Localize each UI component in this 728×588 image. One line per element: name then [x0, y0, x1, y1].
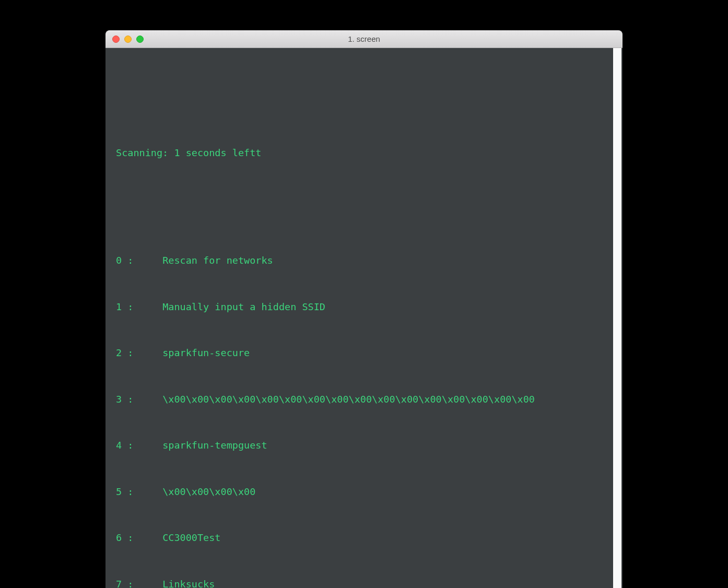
- network-option: 0 : Rescan for networks: [116, 253, 612, 268]
- network-option: 3 : \x00\x00\x00\x00\x00\x00\x00\x00\x00…: [116, 392, 612, 407]
- window-title: 1. screen: [105, 34, 623, 43]
- terminal-body[interactable]: Scanning: 1 seconds leftt 0 : Rescan for…: [105, 48, 623, 588]
- traffic-lights: [112, 36, 144, 43]
- network-option: 2 : sparkfun-secure: [116, 345, 612, 361]
- scrollbar-track[interactable]: [613, 48, 621, 588]
- network-option: 4 : sparkfun-tempguest: [116, 438, 612, 453]
- terminal-window: 1. screen Scanning: 1 seconds leftt 0 : …: [105, 30, 623, 588]
- network-option: 5 : \x00\x00\x00\x00: [116, 484, 612, 500]
- network-option: 7 : Linksucks: [116, 577, 612, 589]
- network-option: 6 : CC3000Test: [116, 530, 612, 546]
- close-icon[interactable]: [112, 36, 120, 43]
- window-titlebar[interactable]: 1. screen: [105, 30, 623, 48]
- maximize-icon[interactable]: [136, 36, 144, 43]
- scan-status: Scanning: 1 seconds leftt: [116, 145, 612, 161]
- network-option: 1 : Manually input a hidden SSID: [116, 299, 612, 315]
- blank-line: [116, 191, 612, 207]
- minimize-icon[interactable]: [124, 36, 132, 43]
